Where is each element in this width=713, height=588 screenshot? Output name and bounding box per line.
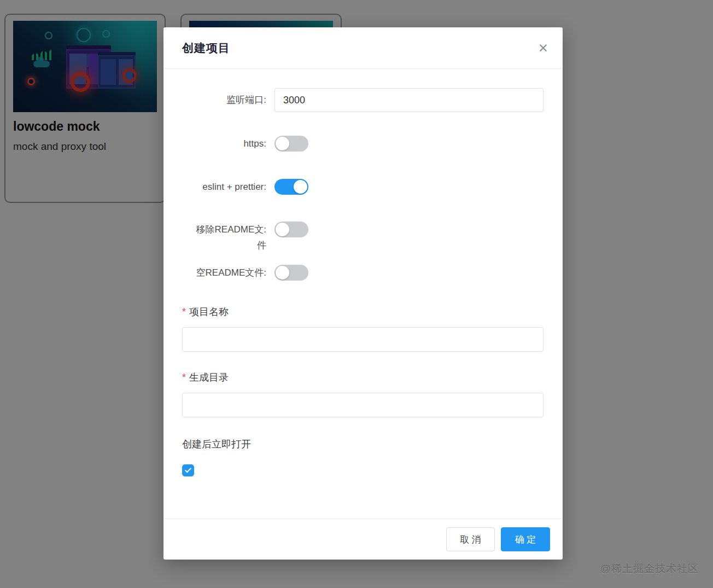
eslint-prettier-row: eslint + prettier: xyxy=(182,179,543,195)
output-dir-label: 生成目录 xyxy=(189,371,229,384)
port-field-row: 监听端口: xyxy=(182,88,543,112)
open-after-create-checkbox[interactable] xyxy=(182,464,194,476)
eslint-prettier-label: eslint + prettier: xyxy=(182,179,266,195)
create-project-dialog: 创建项目 ✕ 监听端口: https: eslint + prettier: 移… xyxy=(163,27,563,560)
project-name-input[interactable] xyxy=(182,327,543,352)
open-after-create-label: 创建后立即打开 xyxy=(182,437,543,451)
dialog-body: 监听端口: https: eslint + prettier: 移除README… xyxy=(163,88,563,476)
empty-readme-row: 空README文件: xyxy=(182,265,543,281)
https-label: https: xyxy=(182,136,266,152)
dialog-header: 创建项目 ✕ xyxy=(163,27,563,69)
dialog-title: 创建项目 xyxy=(182,40,230,56)
project-name-label: 项目名称 xyxy=(189,305,229,318)
remove-readme-switch[interactable] xyxy=(274,222,308,237)
remove-readme-label: 移除README文: 件 xyxy=(182,222,266,253)
cancel-button[interactable]: 取 消 xyxy=(446,527,495,551)
port-label: 监听端口: xyxy=(182,88,266,112)
switch-knob xyxy=(276,137,289,150)
empty-readme-label: 空README文件: xyxy=(182,265,266,281)
dialog-footer: 取 消 确 定 xyxy=(163,519,563,560)
switch-knob xyxy=(276,266,289,280)
watermark: @稀土掘金技术社区 xyxy=(600,562,699,576)
required-asterisk: * xyxy=(182,306,186,318)
https-row: https: xyxy=(182,136,543,152)
confirm-button[interactable]: 确 定 xyxy=(501,527,550,551)
output-dir-input[interactable] xyxy=(182,393,543,417)
output-dir-label-row: * 生成目录 xyxy=(182,370,543,385)
https-switch[interactable] xyxy=(274,136,308,152)
project-name-label-row: * 项目名称 xyxy=(182,304,543,319)
port-input[interactable] xyxy=(274,88,543,112)
empty-readme-switch[interactable] xyxy=(274,265,308,281)
close-icon[interactable]: ✕ xyxy=(538,42,548,54)
projects-page: lowcode mock mock and proxy tool 创建项目 ✕ … xyxy=(0,0,713,588)
switch-knob xyxy=(276,223,289,236)
required-asterisk: * xyxy=(182,372,186,383)
check-icon xyxy=(185,466,191,473)
remove-readme-row: 移除README文: 件 xyxy=(182,222,543,254)
eslint-prettier-switch[interactable] xyxy=(274,179,308,195)
switch-knob xyxy=(294,180,307,194)
